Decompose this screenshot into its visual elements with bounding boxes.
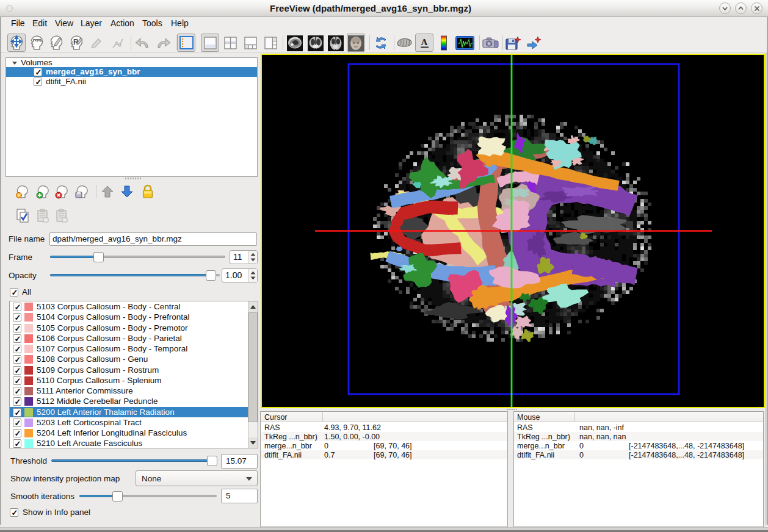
svg-text:A: A	[421, 37, 428, 47]
